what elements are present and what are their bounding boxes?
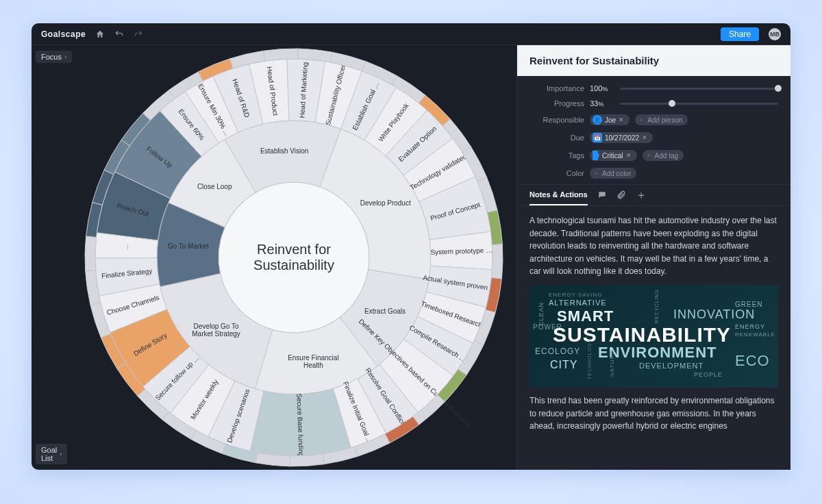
chevron-right-icon: › — [60, 451, 62, 457]
share-button[interactable]: Share — [721, 27, 759, 41]
focus-button[interactable]: Focus › — [36, 51, 72, 63]
left-rail: Focus › Goal List › — [32, 45, 71, 470]
progress-row: Progress 33% — [530, 99, 778, 108]
tab-add[interactable]: ＋ — [636, 185, 647, 205]
tab-notes-actions[interactable]: Notes & Actions — [530, 185, 588, 205]
properties-section: Importance 100% Progress 33% Responsible — [517, 76, 790, 184]
sunburst-label: Extract Goals — [364, 307, 406, 315]
person-icon: 👤 — [593, 115, 602, 125]
due-label: Due — [530, 134, 584, 142]
progress-label: Progress — [530, 99, 584, 108]
sunburst-label: … — [123, 244, 130, 251]
sunburst-label: Go To Market — [168, 242, 209, 250]
sunburst-label: Develop Go ToMarket Strategy — [192, 322, 240, 337]
undo-icon[interactable] — [114, 29, 124, 39]
tag-icon — [593, 151, 599, 160]
sunburst-segment[interactable] — [491, 244, 503, 279]
color-row: Color ＋Add color — [530, 168, 778, 179]
sunburst-center[interactable] — [219, 182, 369, 333]
topbar: Goalscape Share MB — [32, 23, 790, 45]
sunburst-canvas[interactable]: Develop ProductExtract GoalsEnsure Finan… — [71, 45, 516, 470]
tags-label: Tags — [530, 151, 584, 160]
notes-paragraph: This trend has been greatly reinforced b… — [530, 394, 778, 433]
tag-chip[interactable]: Critical ✕ — [590, 150, 637, 161]
app-logo: Goalscape — [41, 29, 86, 39]
importance-label: Importance — [530, 84, 584, 92]
color-label: Color — [530, 169, 584, 177]
notes-body: A technological tsunami has hit the auto… — [517, 206, 790, 470]
remove-icon[interactable]: ✕ — [619, 116, 624, 123]
remove-icon[interactable]: ✕ — [642, 134, 647, 141]
tab-comments[interactable] — [597, 185, 607, 205]
app-window: Goalscape Share MB Focus › Goal List › — [32, 23, 790, 470]
sunburst-label: Close Loop — [197, 183, 232, 190]
importance-row: Importance 100% — [530, 84, 778, 92]
chevron-right-icon: › — [64, 53, 66, 60]
remove-icon[interactable]: ✕ — [626, 152, 632, 159]
tags-row: Tags Critical ✕ ＋Add tag — [530, 150, 778, 161]
sunburst-label: Develop Product — [360, 199, 411, 207]
sunburst-label: Establish Vision — [260, 147, 308, 155]
responsible-row: Responsible 👤 Joe ✕ ＋Add person — [530, 114, 778, 125]
add-person-button[interactable]: ＋Add person — [635, 114, 688, 125]
due-row: Due 📅 10/27/2022 ✕ — [530, 132, 778, 143]
notes-paragraph: A technological tsunami has hit the auto… — [530, 214, 778, 278]
home-icon[interactable] — [95, 29, 105, 39]
details-panel: Reinvent for Sustainability Importance 1… — [516, 45, 790, 470]
person-chip[interactable]: 👤 Joe ✕ — [590, 114, 630, 125]
sunburst-chart[interactable]: Develop ProductExtract GoalsEnsure Finan… — [82, 45, 506, 470]
sunburst-segment[interactable] — [85, 236, 97, 270]
sunburst-segment[interactable] — [264, 49, 298, 61]
goal-list-label: Goal List — [41, 446, 57, 462]
redo-icon[interactable] — [134, 29, 143, 39]
responsible-label: Responsible — [530, 116, 584, 124]
panel-tabs: Notes & Actions ＋ — [517, 184, 790, 206]
user-avatar[interactable]: MB — [769, 28, 781, 40]
due-chip[interactable]: 📅 10/27/2022 ✕ — [590, 132, 653, 143]
progress-slider[interactable] — [620, 103, 778, 105]
focus-label: Focus — [41, 53, 62, 61]
calendar-icon: 📅 — [593, 133, 602, 142]
tab-attachments[interactable] — [616, 185, 626, 205]
sunburst-segment[interactable] — [290, 454, 324, 466]
importance-slider[interactable] — [620, 88, 778, 90]
add-color-button[interactable]: ＋Add color — [590, 168, 636, 179]
wordcloud-image: ENERGY SAVING ALTERNATIVE SMART INNOVATI… — [530, 285, 778, 388]
goal-list-button[interactable]: Goal List › — [36, 444, 67, 464]
add-tag-button[interactable]: ＋Add tag — [643, 150, 684, 161]
panel-title: Reinvent for Sustainability — [517, 45, 790, 76]
